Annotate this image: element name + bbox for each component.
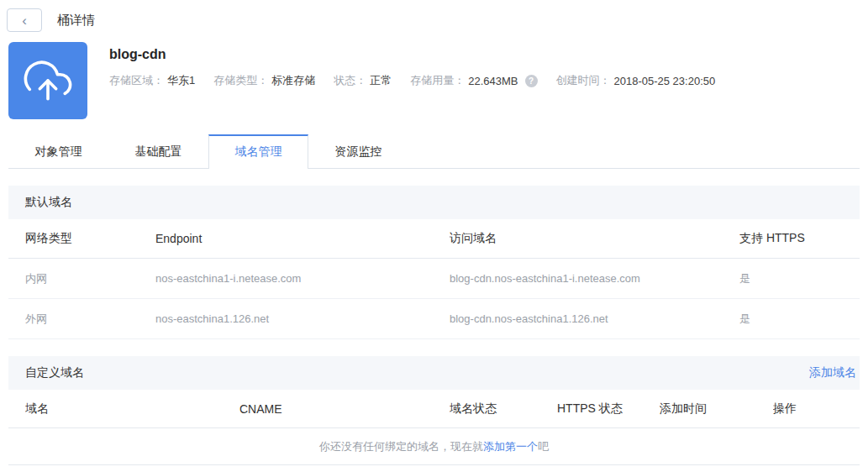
meta-storage-type: 存储类型： 标准存储 xyxy=(213,73,315,88)
meta-value: 标准存储 xyxy=(271,73,315,88)
col-add-time: 添加时间 xyxy=(660,401,773,417)
bucket-cloud-upload-icon xyxy=(8,42,87,119)
meta-storage-region: 存储区域： 华东1 xyxy=(109,73,195,88)
meta-label: 存储区域： xyxy=(109,73,164,88)
col-network-type: 网络类型 xyxy=(25,231,155,246)
meta-value: 正常 xyxy=(370,73,392,88)
top-header: ‹ 桶详情 xyxy=(0,0,868,32)
default-domains-section-bar: 默认域名 xyxy=(8,186,860,219)
tab-domain-management[interactable]: 域名管理 xyxy=(208,134,308,169)
tab-basic-config[interactable]: 基础配置 xyxy=(108,134,208,168)
cell-endpoint: nos-eastchina1.126.net xyxy=(155,312,450,325)
meta-storage-usage: 存储用量： 22.643MB ? xyxy=(410,73,537,88)
custom-domains-empty-state: 你还没有任何绑定的域名，现在就添加第一个吧 xyxy=(8,428,860,465)
default-domains-section-title: 默认域名 xyxy=(25,195,72,210)
back-button[interactable]: ‹ xyxy=(7,8,42,32)
add-domain-button[interactable]: 添加域名 xyxy=(809,365,856,380)
meta-value: 22.643MB xyxy=(468,75,518,87)
meta-label: 存储类型： xyxy=(213,73,268,88)
cell-endpoint: nos-eastchina1-i.netease.com xyxy=(155,272,450,285)
cell-access-domain: blog-cdn.nos-eastchina1.126.net xyxy=(450,312,739,325)
custom-domains-section-bar: 自定义域名 添加域名 xyxy=(8,356,860,390)
col-https-status: HTTPS 状态 xyxy=(557,401,660,417)
page-title: 桶详情 xyxy=(57,13,95,29)
col-domain: 域名 xyxy=(25,401,239,417)
tab-object-management[interactable]: 对象管理 xyxy=(8,134,108,168)
col-endpoint: Endpoint xyxy=(155,232,450,245)
meta-label: 创建时间： xyxy=(556,73,611,88)
chevron-left-icon: ‹ xyxy=(22,13,27,28)
tab-resource-monitor[interactable]: 资源监控 xyxy=(308,134,408,168)
cell-network-type: 内网 xyxy=(25,271,155,286)
col-https-support: 支持 HTTPS xyxy=(739,231,860,246)
col-cname: CNAME xyxy=(239,402,450,416)
bucket-detail: blog-cdn 存储区域： 华东1 存储类型： 标准存储 状态： 正常 存储用… xyxy=(109,42,734,119)
bucket-meta: 存储区域： 华东1 存储类型： 标准存储 状态： 正常 存储用量： 22.643… xyxy=(109,73,734,88)
meta-value: 华东1 xyxy=(167,73,195,88)
custom-domains-section-title: 自定义域名 xyxy=(25,365,84,380)
cell-https-support: 是 xyxy=(739,271,860,286)
tab-bar: 对象管理 基础配置 域名管理 资源监控 xyxy=(8,134,860,169)
meta-label: 存储用量： xyxy=(410,73,465,88)
empty-state-text-suffix: 吧 xyxy=(538,439,549,454)
meta-status: 状态： 正常 xyxy=(334,73,392,88)
meta-created-time: 创建时间： 2018-05-25 23:20:50 xyxy=(556,73,716,88)
meta-label: 状态： xyxy=(334,73,366,88)
cell-access-domain: blog-cdn.nos-eastchina1-i.netease.com xyxy=(450,272,739,285)
col-access-domain: 访问域名 xyxy=(450,231,739,246)
col-actions: 操作 xyxy=(773,401,860,417)
cell-https-support: 是 xyxy=(739,312,860,327)
bucket-name: blog-cdn xyxy=(109,47,734,62)
table-row-extranet: 外网 nos-eastchina1.126.net blog-cdn.nos-e… xyxy=(8,299,860,339)
default-domains-table-header: 网络类型 Endpoint 访问域名 支持 HTTPS xyxy=(8,219,860,259)
bucket-info: blog-cdn 存储区域： 华东1 存储类型： 标准存储 状态： 正常 存储用… xyxy=(8,42,860,119)
custom-domains-table-header: 域名 CNAME 域名状态 HTTPS 状态 添加时间 操作 xyxy=(8,390,860,428)
col-domain-status: 域名状态 xyxy=(450,401,557,417)
empty-state-text: 你还没有任何绑定的域名，现在就 xyxy=(319,439,483,454)
cell-network-type: 外网 xyxy=(25,312,155,327)
table-row-intranet: 内网 nos-eastchina1-i.netease.com blog-cdn… xyxy=(8,259,860,299)
add-first-domain-link[interactable]: 添加第一个 xyxy=(483,439,538,454)
meta-value: 2018-05-25 23:20:50 xyxy=(614,75,716,87)
help-icon[interactable]: ? xyxy=(525,75,538,87)
